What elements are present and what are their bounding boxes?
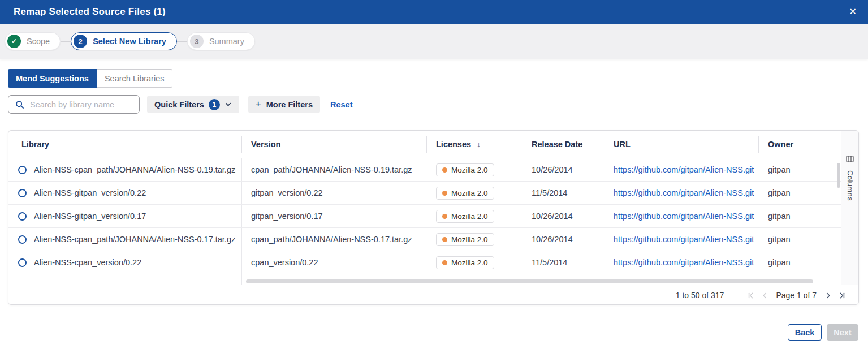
library-name: Alien-NSS-cpan_path/JOHANNA/Alien-NSS-0.… [34,235,235,244]
stepper-connector [177,41,187,42]
library-source-tabs: Mend Suggestions Search Libraries [8,69,172,88]
step-3-label: Summary [209,37,244,46]
table-row[interactable]: Alien-NSS-gitpan_version/0.22 gitpan_ver… [8,182,841,205]
library-name: Alien-NSS-cpan_path/JOHANNA/Alien-NSS-0.… [34,165,235,174]
step-select-new-library[interactable]: 2 Select New Library [71,32,177,50]
library-name: Alien-NSS-gitpan_version/0.17 [34,212,146,221]
plus-icon: + [256,99,261,109]
last-page-icon[interactable] [835,288,848,302]
first-page-icon[interactable] [744,288,758,302]
license-badge: Mozilla 2.0 [436,256,494,269]
step-scope[interactable]: ✓ Scope [5,32,61,50]
dialog-title: Remap Selected Source Files (1) [14,6,166,18]
license-badge: Mozilla 2.0 [436,187,494,200]
vertical-scrollbar-thumb[interactable] [837,163,840,188]
quick-filters-label: Quick Filters [154,100,204,109]
release-date-cell: 11/5/2014 [522,182,604,204]
step-3-number: 3 [190,35,204,48]
step-scope-label: Scope [27,37,50,46]
columns-panel-label: Columns [846,170,854,201]
next-button[interactable]: Next [827,324,858,341]
previous-page-icon[interactable] [758,288,771,302]
horizontal-scrollbar-thumb[interactable] [246,279,813,283]
table-row[interactable]: Alien-NSS-gitpan_version/0.17 gitpan_ver… [8,205,841,228]
columns-table-icon [846,155,854,163]
repo-url-link[interactable]: https://github.com/gitpan/Alien-NSS.git [614,235,754,244]
row-radio[interactable] [18,258,27,267]
row-radio[interactable] [18,189,27,197]
repo-url-link[interactable]: https://github.com/gitpan/Alien-NSS.git [614,212,754,221]
more-filters-button[interactable]: + More Filters [248,96,320,113]
license-dot-icon [442,191,447,196]
step-scope-check-icon: ✓ [7,35,21,48]
repo-url-link[interactable]: https://github.com/gitpan/Alien-NSS.git [614,188,754,197]
table-row[interactable]: Alien-NSS-cpan_path/JOHANNA/Alien-NSS-0.… [8,228,841,251]
column-header-owner[interactable]: Owner [759,131,841,158]
step-summary[interactable]: 3 Summary [187,32,255,50]
quick-filters-button[interactable]: Quick Filters 1 [147,96,239,113]
reset-filters-link[interactable]: Reset [330,100,353,109]
libraries-table-card: Library Version Licenses ↓ Release Date … [8,130,859,305]
search-input[interactable] [30,100,133,109]
chevron-down-icon [224,101,232,108]
column-header-licenses[interactable]: Licenses ↓ [427,131,522,158]
release-date-cell: 10/26/2014 [522,228,604,251]
owner-cell: gitpan [759,205,841,227]
libraries-grid: Library Version Licenses ↓ Release Date … [8,131,841,285]
column-header-version[interactable]: Version [242,131,427,158]
next-page-icon[interactable] [821,288,835,302]
license-badge: Mozilla 2.0 [436,210,494,223]
row-radio[interactable] [18,212,27,221]
remap-source-files-dialog: Remap Selected Source Files (1) ✕ ✓ Scop… [0,0,868,349]
version-cell: cpan_path/JOHANNA/Alien-NSS-0.17.tar.gz [242,228,427,251]
table-row[interactable]: Alien-NSS-cpan_path/JOHANNA/Alien-NSS-0.… [8,158,841,182]
version-cell: gitpan_version/0.17 [242,205,427,227]
row-radio[interactable] [18,235,27,244]
filter-toolbar: Quick Filters 1 + More Filters Reset [8,95,352,114]
wizard-stepper: ✓ Scope 2 Select New Library 3 Summary [0,24,868,59]
license-badge: Mozilla 2.0 [436,233,494,246]
owner-cell: gitpan [759,228,841,251]
step-2-label: Select New Library [93,37,166,46]
license-badge: Mozilla 2.0 [436,163,494,176]
sort-descending-icon[interactable]: ↓ [477,140,481,149]
owner-cell: gitpan [759,182,841,204]
library-name: Alien-NSS-gitpan_version/0.22 [34,188,146,197]
search-icon [15,100,24,109]
tab-search-libraries[interactable]: Search Libraries [97,69,173,88]
dialog-titlebar: Remap Selected Source Files (1) ✕ [0,0,868,24]
library-name: Alien-NSS-cpan_version/0.22 [34,258,141,267]
step-2-number: 2 [74,35,87,48]
owner-cell: gitpan [759,158,841,181]
version-cell: cpan_path/JOHANNA/Alien-NSS-0.19.tar.gz [242,158,427,181]
table-header-row: Library Version Licenses ↓ Release Date … [8,131,841,158]
row-radio[interactable] [18,166,27,174]
repo-url-link[interactable]: https://github.com/gitpan/Alien-NSS.git [614,258,754,267]
column-header-library[interactable]: Library [8,131,242,158]
license-dot-icon [442,260,447,265]
tab-mend-suggestions[interactable]: Mend Suggestions [8,69,97,88]
version-cell: cpan_version/0.22 [242,251,427,274]
stepper-connector [61,41,71,42]
license-dot-icon [442,214,447,219]
columns-panel-toggle[interactable]: Columns [841,131,858,285]
back-button[interactable]: Back [788,324,822,341]
owner-cell: gitpan [759,251,841,274]
close-icon[interactable]: ✕ [849,7,857,16]
column-header-release-date[interactable]: Release Date [522,131,604,158]
pagination-page-text: Page 1 of 7 [776,291,817,300]
license-dot-icon [442,167,447,173]
version-cell: gitpan_version/0.22 [242,182,427,204]
table-row[interactable]: Alien-NSS-cpan_version/0.22 cpan_version… [8,251,841,274]
pagination-range-text: 1 to 50 of 317 [676,291,724,300]
pagination-bar: 1 to 50 of 317 Page 1 of 7 [8,286,858,304]
license-dot-icon [442,237,447,242]
library-search-box[interactable] [8,95,140,114]
release-date-cell: 11/5/2014 [522,251,604,274]
column-header-url[interactable]: URL [604,131,759,158]
repo-url-link[interactable]: https://github.com/gitpan/Alien-NSS.git [614,165,754,174]
release-date-cell: 10/26/2014 [522,205,604,227]
release-date-cell: 10/26/2014 [522,158,604,181]
more-filters-label: More Filters [266,100,313,109]
quick-filters-count-badge: 1 [209,99,220,110]
